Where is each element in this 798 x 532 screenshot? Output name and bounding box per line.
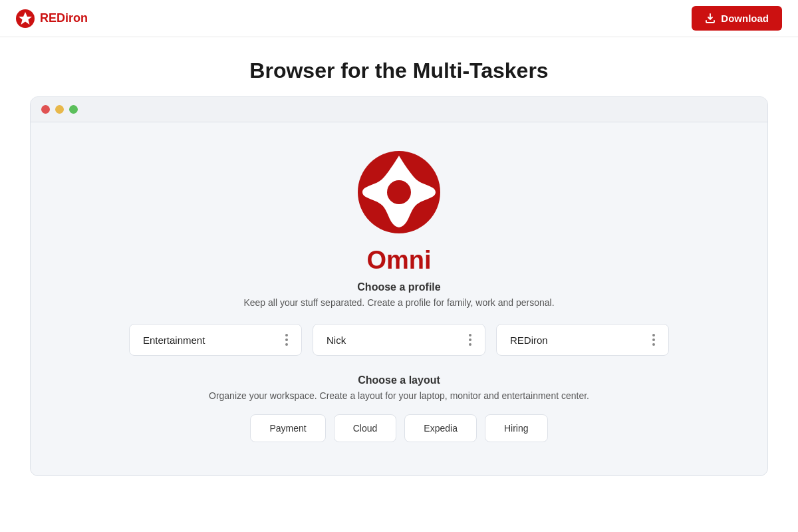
minimize-dot xyxy=(55,105,64,114)
profile-cards: Entertainment Nick REDiron xyxy=(129,324,669,356)
navbar: REDiron Download xyxy=(0,0,798,37)
profile-menu-nick[interactable] xyxy=(469,334,471,346)
profile-label-nick: Nick xyxy=(327,334,346,346)
profile-label-entertainment: Entertainment xyxy=(143,334,205,346)
profile-menu-rediron[interactable] xyxy=(652,334,655,346)
layout-btn-hiring[interactable]: Hiring xyxy=(485,414,548,442)
profile-menu-entertainment[interactable] xyxy=(285,334,288,346)
choose-profile-sub: Keep all your stuff separated. Create a … xyxy=(243,297,554,308)
logo-text: REDiron xyxy=(40,11,88,25)
download-button[interactable]: Download xyxy=(692,6,782,31)
profile-card-entertainment[interactable]: Entertainment xyxy=(129,324,302,356)
profile-card-nick[interactable]: Nick xyxy=(313,324,485,356)
profile-card-rediron[interactable]: REDiron xyxy=(496,324,669,356)
browser-mockup: Omni Choose a profile Keep all your stuf… xyxy=(30,96,768,476)
profile-label-rediron: REDiron xyxy=(510,334,548,346)
layout-buttons: Payment Cloud Expedia Hiring xyxy=(250,414,547,442)
choose-layout-sub: Organize your workspace. Create a layout… xyxy=(209,390,589,401)
hero-title: Browser for the Multi-Taskers xyxy=(0,59,798,83)
rediron-logo-icon xyxy=(16,9,35,28)
download-label: Download xyxy=(721,13,769,24)
choose-profile-heading: Choose a profile xyxy=(357,281,440,293)
choose-layout-heading: Choose a layout xyxy=(358,374,440,386)
omni-name: Omni xyxy=(366,246,431,275)
layout-btn-cloud[interactable]: Cloud xyxy=(334,414,397,442)
logo-area: REDiron xyxy=(16,9,88,28)
maximize-dot xyxy=(69,105,78,114)
browser-titlebar xyxy=(31,97,767,122)
close-dot xyxy=(41,105,50,114)
layout-btn-payment[interactable]: Payment xyxy=(250,414,325,442)
browser-content: Omni Choose a profile Keep all your stuf… xyxy=(31,122,767,475)
layout-btn-expedia[interactable]: Expedia xyxy=(404,414,477,442)
svg-point-3 xyxy=(387,180,411,204)
hero-section: Browser for the Multi-Taskers xyxy=(0,37,798,96)
download-icon xyxy=(705,13,716,24)
omni-logo-icon xyxy=(356,149,442,235)
